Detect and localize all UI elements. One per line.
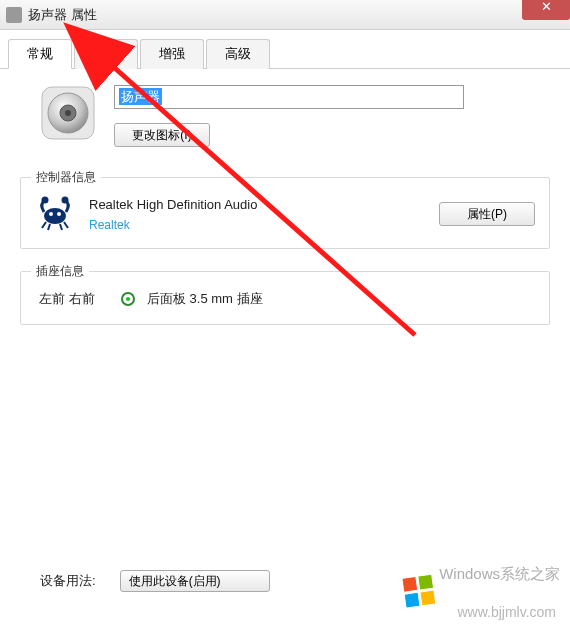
device-usage-value: 使用此设备(启用) (129, 573, 221, 590)
device-row: 扬声器 更改图标(I) (40, 85, 550, 147)
jack-description: 后面板 3.5 mm 插座 (147, 290, 263, 308)
jack-led-icon (121, 292, 135, 306)
svg-rect-10 (402, 576, 418, 592)
svg-rect-11 (418, 574, 434, 590)
jack-position-label: 左前 右前 (39, 290, 109, 308)
tab-general[interactable]: 常规 (8, 39, 72, 69)
window-title: 扬声器 属性 (28, 6, 97, 24)
change-icon-button[interactable]: 更改图标(I) (114, 123, 210, 147)
speaker-icon (40, 85, 96, 141)
controller-row: Realtek High Definition Audio Realtek 属性… (35, 194, 535, 234)
controller-properties-button[interactable]: 属性(P) (439, 202, 535, 226)
watermark-text-2: www.bjjmlv.com (457, 604, 556, 620)
tabstrip: 常规 级别 增强 高级 (0, 30, 570, 69)
svg-point-6 (62, 197, 69, 204)
controller-name: Realtek High Definition Audio (89, 197, 425, 212)
svg-point-5 (42, 197, 49, 204)
device-name-input[interactable]: 扬声器 (114, 85, 464, 109)
device-usage-row: 设备用法: 使用此设备(启用) (40, 570, 270, 592)
windows-logo-icon (398, 570, 442, 614)
svg-rect-13 (420, 590, 436, 606)
tab-enhancements[interactable]: 增强 (140, 39, 204, 69)
close-button[interactable]: ✕ (522, 0, 570, 20)
controller-text: Realtek High Definition Audio Realtek (89, 197, 425, 232)
svg-point-3 (65, 110, 71, 116)
realtek-crab-icon (35, 194, 75, 234)
device-usage-dropdown[interactable]: 使用此设备(启用) (120, 570, 270, 592)
svg-point-4 (44, 208, 66, 224)
jack-row: 左前 右前 后面板 3.5 mm 插座 (35, 288, 535, 310)
jack-section-title: 插座信息 (31, 263, 89, 280)
tab-content: 扬声器 更改图标(I) 控制器信息 Realtek High (0, 69, 570, 363)
device-right: 扬声器 更改图标(I) (114, 85, 550, 147)
svg-point-7 (49, 212, 53, 216)
controller-vendor: Realtek (89, 218, 425, 232)
controller-groupbox: 控制器信息 Realtek High Definition Audio Real… (20, 177, 550, 249)
tab-advanced[interactable]: 高级 (206, 39, 270, 69)
controller-section-title: 控制器信息 (31, 169, 101, 186)
device-usage-label: 设备用法: (40, 572, 96, 590)
jack-groupbox: 插座信息 左前 右前 后面板 3.5 mm 插座 (20, 271, 550, 325)
svg-rect-12 (404, 592, 420, 608)
device-name-text: 扬声器 (119, 88, 162, 105)
titlebar: 扬声器 属性 ✕ (0, 0, 570, 30)
watermark-text-1: Windows系统之家 (439, 565, 560, 584)
tab-levels[interactable]: 级别 (74, 39, 138, 69)
svg-point-8 (57, 212, 61, 216)
window-icon (6, 7, 22, 23)
